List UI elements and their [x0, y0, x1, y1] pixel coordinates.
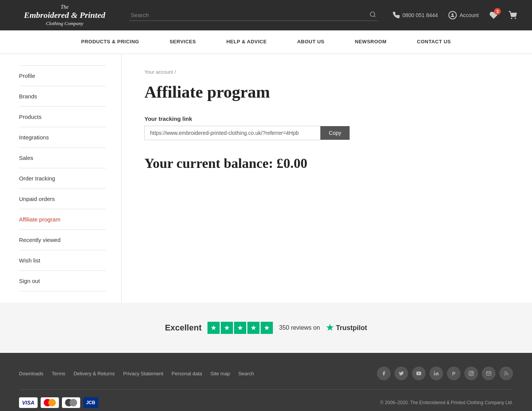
svg-point-9 [472, 372, 473, 372]
wishlist-action[interactable]: 3 [489, 11, 498, 19]
tracking-label: Your tracking link [144, 115, 509, 122]
payment-jcb: JCB [83, 397, 98, 408]
star-1: ★ [207, 322, 220, 334]
svg-point-3 [511, 18, 512, 19]
breadcrumb-account[interactable]: Your account [144, 69, 173, 75]
payment-maestro [62, 397, 80, 408]
logo-main: Embroidered & Printed [15, 10, 114, 20]
sidebar-item-recently-viewed[interactable]: Recently viewed [19, 230, 106, 250]
footer-social: P [377, 367, 513, 380]
sidebar-item-brands[interactable]: Brands [19, 86, 106, 107]
sidebar: Profile Brands Products Integrations Sal… [0, 54, 122, 303]
social-linkedin[interactable] [429, 367, 443, 380]
footer-link-privacy[interactable]: Privacy Statement [123, 371, 163, 376]
star-2: ★ [221, 322, 233, 334]
svg-point-2 [452, 14, 453, 15]
social-youtube[interactable] [412, 367, 426, 380]
cart-action[interactable] [508, 11, 517, 19]
svg-line-1 [374, 16, 375, 17]
star-4: ★ [247, 322, 260, 334]
social-facebook[interactable] [377, 367, 391, 380]
content-area: Your account / Affiliate program Your tr… [122, 54, 532, 303]
header: The Embroidered & Printed Clothing Compa… [0, 0, 532, 30]
page-title: Affiliate program [144, 82, 509, 102]
account-icon [448, 11, 457, 19]
footer-top: Downloads Terms Delivery & Returns Priva… [19, 367, 513, 380]
nav-item-newsroom[interactable]: NEWSROOM [340, 30, 402, 54]
copy-button[interactable]: Copy [320, 126, 350, 140]
trustpilot-section: Excellent ★ ★ ★ ★ ★ 350 reviews on ★ Tru… [0, 303, 532, 353]
sidebar-item-products[interactable]: Products [19, 107, 106, 127]
footer-link-delivery[interactable]: Delivery & Returns [74, 371, 115, 376]
footer-link-downloads[interactable]: Downloads [19, 371, 43, 376]
trustpilot-excellent: Excellent [165, 323, 202, 333]
footer-link-personal-data[interactable]: Personal data [172, 371, 202, 376]
balance-text: Your current balance: £0.00 [144, 155, 509, 171]
svg-point-10 [504, 375, 505, 375]
trustpilot-stars: ★ ★ ★ ★ ★ [207, 322, 273, 334]
tracking-input-row: Copy [144, 126, 350, 140]
phone-action[interactable]: 0800 051 8444 [393, 12, 438, 19]
search-button[interactable] [369, 11, 376, 20]
svg-point-6 [434, 371, 435, 372]
footer-links: Downloads Terms Delivery & Returns Priva… [19, 371, 254, 376]
breadcrumb-separator: / [174, 69, 176, 75]
sidebar-item-sales[interactable]: Sales [19, 148, 106, 168]
search-input[interactable] [129, 9, 378, 21]
trustpilot-reviews: 350 reviews on [279, 324, 320, 331]
social-rss[interactable] [499, 367, 513, 380]
nav-item-about-us[interactable]: ABOUT US [282, 30, 340, 54]
account-action[interactable]: Account [448, 11, 479, 19]
sidebar-item-wish-list[interactable]: Wish list [19, 250, 106, 271]
sidebar-item-sign-out[interactable]: Sign out [19, 271, 106, 291]
nav-item-help-advice[interactable]: HELP & ADVICE [211, 30, 282, 54]
social-pinterest[interactable]: P [447, 367, 461, 380]
main-nav: PRODUCTS & PRICING SERVICES HELP & ADVIC… [0, 30, 532, 54]
trustpilot-logo-text: Trustpilot [336, 324, 367, 332]
footer: Downloads Terms Delivery & Returns Priva… [0, 353, 532, 411]
footer-link-search[interactable]: Search [238, 371, 254, 376]
sidebar-item-integrations[interactable]: Integrations [19, 127, 106, 148]
nav-item-contact-us[interactable]: CONTACT US [402, 30, 466, 54]
sidebar-item-unpaid-orders[interactable]: Unpaid orders [19, 189, 106, 209]
svg-point-4 [515, 18, 516, 19]
nav-item-services[interactable]: SERVICES [154, 30, 211, 54]
star-5: ★ [261, 322, 273, 334]
svg-point-8 [470, 372, 472, 375]
logo-the: The [15, 4, 114, 11]
main-container: Profile Brands Products Integrations Sal… [0, 54, 532, 303]
payment-mastercard [41, 397, 59, 408]
footer-link-terms[interactable]: Terms [52, 371, 65, 376]
account-label: Account [459, 12, 479, 18]
sidebar-item-order-tracking[interactable]: Order tracking [19, 168, 106, 189]
footer-copyright: © 2006–2020. The Embroidered & Printed C… [380, 400, 513, 405]
sidebar-item-profile[interactable]: Profile [19, 65, 106, 86]
header-right: 0800 051 8444 Account 3 [393, 11, 517, 19]
payment-visa: VISA [19, 397, 38, 408]
svg-rect-7 [469, 371, 473, 376]
footer-link-sitemap[interactable]: Site map [211, 371, 230, 376]
payment-icons: VISA JCB [19, 397, 98, 408]
star-3: ★ [234, 322, 246, 334]
svg-point-0 [370, 12, 375, 16]
search-area [129, 9, 378, 21]
phone-number: 0800 051 8444 [402, 12, 438, 18]
trustpilot-logo-star: ★ [326, 323, 334, 333]
social-twitter[interactable] [394, 367, 408, 380]
social-email[interactable] [482, 367, 496, 380]
social-instagram[interactable] [464, 367, 478, 380]
breadcrumb: Your account / [144, 69, 509, 75]
tracking-url-input[interactable] [144, 126, 320, 140]
trustpilot-logo: ★ Trustpilot [326, 323, 367, 333]
nav-item-products-pricing[interactable]: PRODUCTS & PRICING [66, 30, 154, 54]
logo-sub: Clothing Company [15, 21, 114, 27]
sidebar-item-affiliate-program[interactable]: Affiliate program [19, 209, 106, 230]
trustpilot-widget[interactable]: Excellent ★ ★ ★ ★ ★ 350 reviews on ★ Tru… [165, 322, 367, 334]
footer-bottom: VISA JCB © 2006–2020. The Embroidered & … [19, 389, 513, 408]
wishlist-badge: 3 [494, 8, 501, 15]
logo[interactable]: The Embroidered & Printed Clothing Compa… [15, 4, 114, 27]
